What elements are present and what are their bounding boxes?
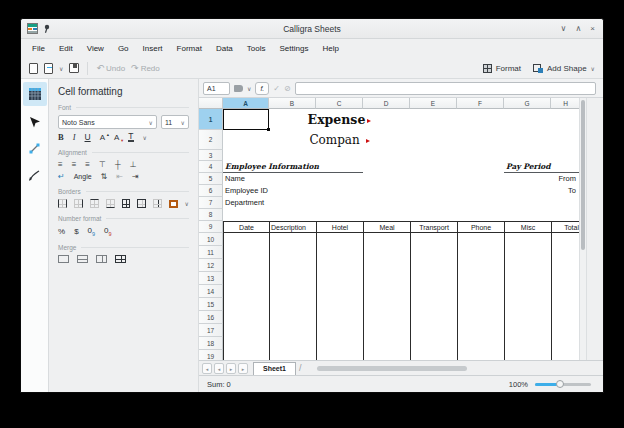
subscript-button[interactable]: A▾ <box>114 133 119 142</box>
column-header-b[interactable]: B <box>269 98 316 109</box>
column-header-f[interactable]: F <box>457 98 504 109</box>
horizontal-scrollbar[interactable] <box>317 366 467 371</box>
redo-button[interactable]: ↷Redo <box>131 63 160 73</box>
new-document-icon[interactable] <box>29 63 38 74</box>
border-vertical-icon[interactable] <box>58 199 67 208</box>
row-header-19[interactable]: 19 <box>199 350 223 360</box>
font-family-select[interactable]: Noto Sans ∨ <box>58 115 157 129</box>
maximize-icon[interactable]: ∧ <box>575 19 581 39</box>
cell-selection-box[interactable] <box>223 109 269 130</box>
menu-format[interactable]: Format <box>170 41 209 56</box>
merge-horizontal-icon[interactable] <box>77 255 88 263</box>
zoom-slider-handle[interactable] <box>556 380 564 388</box>
border-inner-icon[interactable] <box>153 199 162 208</box>
cell-table-header[interactable]: Date <box>223 221 269 233</box>
row-header-12[interactable]: 12 <box>199 259 223 272</box>
zoom-slider[interactable] <box>535 383 591 386</box>
calligraphy-tool-button[interactable] <box>23 163 47 187</box>
row-header-10[interactable]: 10 <box>199 233 223 246</box>
vertical-scrollbar-thumb[interactable] <box>581 100 585 250</box>
bold-button[interactable]: B <box>58 132 64 142</box>
add-shape-button[interactable]: Add Shape ∨ <box>533 64 595 73</box>
cell-doc-title[interactable]: Expense <box>269 109 410 130</box>
unmerge-cells-icon[interactable] <box>115 255 126 263</box>
menu-help[interactable]: Help <box>315 41 345 56</box>
cell-pay-period-field[interactable]: From <box>504 173 576 185</box>
cell-table-header[interactable]: Hotel <box>316 221 363 233</box>
increase-precision-button[interactable]: 09 <box>88 226 96 237</box>
row-header-13[interactable]: 13 <box>199 272 223 285</box>
open-dropdown-icon[interactable]: ∨ <box>59 65 63 72</box>
column-header-d[interactable]: D <box>363 98 410 109</box>
border-color-dropdown-icon[interactable]: ∨ <box>185 200 189 207</box>
align-left-icon[interactable]: ≡ <box>58 160 63 169</box>
vertical-scrollbar[interactable] <box>579 98 586 360</box>
formula-input[interactable] <box>295 82 596 95</box>
sheet-grid[interactable]: ABCDEFGH 12345678910111213141516171819 E… <box>199 98 579 360</box>
column-header-g[interactable]: G <box>504 98 551 109</box>
menu-go[interactable]: Go <box>111 41 136 56</box>
format-button[interactable]: Format <box>483 64 521 73</box>
border-color-swatch[interactable] <box>169 200 177 208</box>
row-header-3[interactable]: 3 <box>199 150 223 161</box>
valign-top-icon[interactable]: ⊤ <box>99 160 106 169</box>
sheet-tab[interactable]: Sheet1 <box>253 362 296 375</box>
minimize-icon[interactable]: ∨ <box>561 19 567 39</box>
superscript-button[interactable]: A▴ <box>100 133 105 142</box>
close-icon[interactable]: × <box>590 19 595 39</box>
column-header-c[interactable]: C <box>316 98 363 109</box>
border-bottom-icon[interactable] <box>106 199 115 208</box>
cell-employee-field[interactable]: Department <box>225 197 264 209</box>
row-header-9[interactable]: 9 <box>199 221 223 233</box>
valign-middle-icon[interactable]: ┼ <box>115 160 121 169</box>
save-icon[interactable] <box>69 63 79 73</box>
column-header-h[interactable]: H <box>551 98 579 109</box>
merge-cells-icon[interactable] <box>58 255 69 263</box>
row-header-1[interactable]: 1 <box>199 109 223 130</box>
first-sheet-icon[interactable]: ◂ <box>202 363 212 374</box>
menu-file[interactable]: File <box>25 41 52 56</box>
percent-format-button[interactable]: % <box>58 227 65 236</box>
valign-bottom-icon[interactable]: ⊥ <box>130 160 137 169</box>
row-header-8[interactable]: 8 <box>199 209 223 221</box>
cell-table-header[interactable]: Meal <box>363 221 410 233</box>
cell-pay-period-field[interactable]: To <box>504 185 576 197</box>
row-header-2[interactable]: 2 <box>199 130 223 150</box>
decrease-precision-button[interactable]: 09 <box>104 226 112 237</box>
insert-function-button[interactable]: f. <box>255 82 269 95</box>
border-outline-icon[interactable] <box>137 199 146 208</box>
row-header-5[interactable]: 5 <box>199 173 223 185</box>
menu-insert[interactable]: Insert <box>136 41 170 56</box>
row-header-16[interactable]: 16 <box>199 311 223 324</box>
row-header-14[interactable]: 14 <box>199 285 223 298</box>
increase-indent-icon[interactable]: ⇥ <box>132 172 139 181</box>
cell-tool-button[interactable] <box>23 82 47 106</box>
cell-doc-subtitle[interactable]: Compan <box>269 130 410 150</box>
font-size-select[interactable]: 11 ∨ <box>161 115 189 129</box>
cell-table-header[interactable]: Phone <box>457 221 504 233</box>
cell-table-header[interactable]: Total <box>551 221 579 233</box>
column-header-a[interactable]: A <box>223 98 269 109</box>
titlebar[interactable]: Calligra Sheets ∨ ∧ × <box>21 19 603 39</box>
row-header-17[interactable]: 17 <box>199 324 223 337</box>
next-sheet-icon[interactable]: ▸ <box>226 363 236 374</box>
border-top-icon[interactable] <box>90 199 99 208</box>
cell-reference-box[interactable]: A1 <box>203 82 230 95</box>
underline-button[interactable]: U <box>85 132 91 142</box>
column-header-e[interactable]: E <box>410 98 457 109</box>
menu-edit[interactable]: Edit <box>52 41 80 56</box>
wrap-text-icon[interactable]: ↵ <box>58 172 65 181</box>
decrease-indent-icon[interactable]: ⇤ <box>116 172 123 181</box>
menu-tools[interactable]: Tools <box>240 41 273 56</box>
select-all-corner[interactable] <box>199 98 223 109</box>
accept-formula-icon[interactable]: ✓ <box>273 84 280 93</box>
row-header-18[interactable]: 18 <box>199 337 223 350</box>
merge-vertical-icon[interactable] <box>96 255 107 263</box>
vertical-text-icon[interactable]: ⇅ <box>101 172 108 181</box>
connector-tool-button[interactable] <box>23 136 47 160</box>
angle-button[interactable]: Angle <box>74 173 92 180</box>
menu-view[interactable]: View <box>80 41 111 56</box>
cancel-formula-icon[interactable]: ⊘ <box>284 84 291 93</box>
undo-button[interactable]: ↶Undo <box>96 63 125 73</box>
menu-data[interactable]: Data <box>209 41 240 56</box>
